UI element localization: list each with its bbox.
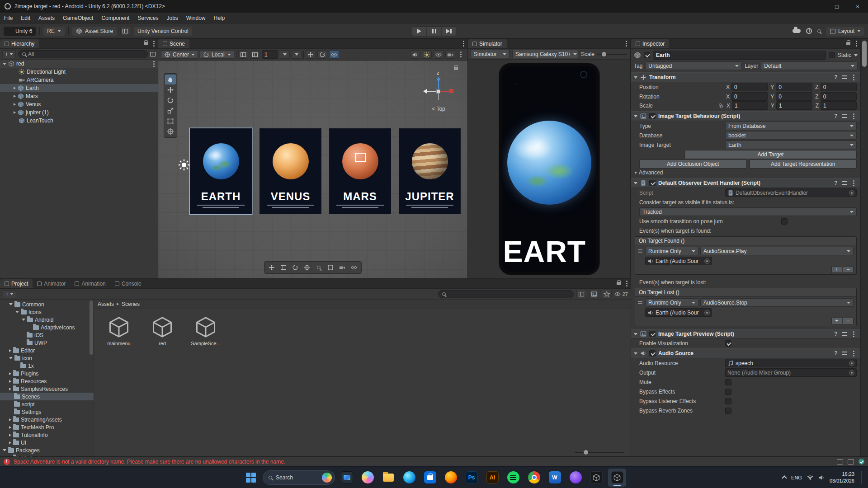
breadcrumb-root[interactable]: Assets — [98, 301, 114, 307]
scene-viewport[interactable]: EARTH VENUS MARS — [158, 61, 467, 278]
console-status-icon[interactable] — [837, 459, 843, 465]
pause-button[interactable] — [427, 26, 441, 36]
tab-scene[interactable]: Scene — [158, 39, 189, 48]
create-object-button[interactable]: + — [2, 50, 16, 58]
object-picker-icon[interactable] — [849, 361, 854, 366]
error-message[interactable]: Space Adventure is not a valid directory… — [14, 459, 285, 465]
hierarchy-item-venus[interactable]: Venus — [0, 100, 158, 108]
handle-rotation-dropdown[interactable]: Local — [200, 50, 234, 59]
frame-icon[interactable] — [325, 263, 336, 272]
tree-item[interactable]: UI — [0, 439, 94, 446]
tab-hierarchy[interactable]: Hierarchy — [0, 39, 39, 48]
slider-knob[interactable] — [602, 52, 606, 56]
scale-x-field[interactable]: 1 — [732, 101, 768, 110]
gizmo-lock-icon[interactable] — [454, 67, 458, 70]
app-microsoft-store[interactable] — [421, 469, 439, 487]
hidden-packages-counter[interactable]: 27 — [614, 291, 628, 297]
tree-item[interactable]: Common — [0, 300, 94, 308]
lock-icon[interactable] — [846, 42, 850, 45]
scene-menu-icon[interactable] — [153, 63, 155, 65]
script-object-field[interactable]: DefaultObserverEventHandler — [725, 188, 857, 197]
drag-handle[interactable] — [638, 249, 642, 253]
rotate-tool-button[interactable] — [165, 95, 176, 105]
hierarchy-item-directional-light[interactable]: Directional Light — [0, 68, 158, 76]
device-dropdown[interactable]: Samsung Galaxy S10+ — [512, 50, 578, 58]
grid-size-field[interactable]: 1 — [262, 50, 278, 59]
label-filter-icon[interactable] — [589, 290, 599, 298]
foldout-icon[interactable] — [3, 63, 6, 65]
help-icon[interactable]: ? — [833, 74, 839, 80]
tree-item[interactable]: Icons — [0, 308, 94, 316]
menu-window[interactable]: Window — [182, 15, 210, 21]
object-picker-icon[interactable] — [704, 310, 710, 315]
scene-row[interactable]: red — [0, 60, 158, 68]
output-field[interactable]: None (Audio Mixer Group) — [725, 368, 857, 377]
event-function-dropdown[interactable]: AudioSource.Play — [700, 247, 854, 255]
event-function-dropdown[interactable]: AudioSource.Stop — [700, 298, 854, 307]
help-icon[interactable]: ? — [833, 350, 839, 357]
component-menu-icon[interactable] — [853, 353, 854, 354]
bypass-effects-checkbox[interactable] — [725, 389, 731, 395]
database-dropdown[interactable]: booklet — [725, 131, 857, 140]
search-icon[interactable] — [817, 29, 821, 33]
type-dropdown[interactable]: From Database — [725, 122, 857, 130]
foldout-icon[interactable] — [634, 115, 637, 117]
camera-preview-icon[interactable] — [337, 263, 348, 272]
undo-history-icon[interactable] — [806, 28, 812, 34]
tree-item[interactable]: TextMesh Pro — [0, 423, 94, 431]
app-photoshop[interactable]: Ps — [462, 469, 481, 487]
gameobject-name-field[interactable]: Earth — [653, 51, 826, 60]
version-control-button[interactable]: Unity Version Control — [134, 27, 192, 36]
tree-item-scenes[interactable]: Scenes — [0, 393, 94, 400]
menu-edit[interactable]: Edit — [17, 15, 34, 21]
presets-icon[interactable] — [842, 351, 847, 356]
hidden-icons-chevron[interactable] — [782, 475, 787, 480]
close-button[interactable]: × — [847, 0, 868, 13]
menu-file[interactable]: File — [0, 15, 17, 21]
tree-item[interactable]: StreamingAssets — [0, 416, 94, 423]
pivot-mode-dropdown[interactable]: Center — [161, 50, 198, 59]
static-dropdown-icon[interactable] — [854, 54, 858, 56]
menu-jobs[interactable]: Jobs — [162, 15, 182, 21]
scene-audio-icon[interactable] — [410, 50, 420, 59]
foldout-icon[interactable] — [634, 182, 637, 184]
gizmos-toggle-icon[interactable] — [349, 263, 359, 272]
grid-visibility-icon[interactable] — [238, 50, 248, 59]
jupiter-image-target[interactable]: JUPITER — [399, 128, 461, 214]
project-search-input[interactable] — [438, 290, 574, 298]
event-mode-dropdown[interactable]: Runtime Only — [645, 298, 698, 307]
app-copilot[interactable] — [359, 469, 377, 487]
scrollbar-thumb[interactable] — [862, 41, 867, 67]
tree-item[interactable]: 1x — [0, 362, 94, 370]
show-desktop-button[interactable] — [861, 471, 863, 484]
app-firefox[interactable] — [442, 469, 460, 487]
transform-tool-button[interactable] — [165, 127, 176, 136]
tab-animation[interactable]: Animation — [70, 279, 110, 288]
event-target-object-field[interactable]: Earth (Audio Sour — [645, 308, 712, 317]
tree-item-packages[interactable]: Packages — [0, 446, 94, 454]
tab-inspector[interactable]: Inspector — [631, 39, 669, 48]
remove-event-button[interactable]: − — [843, 266, 854, 273]
app-illustrator[interactable]: Ai — [483, 469, 501, 487]
rotation-x-field[interactable]: 0 — [731, 92, 768, 101]
preview-header[interactable]: Image Target Preview (Script) ? — [631, 329, 860, 339]
venus-image-target[interactable]: VENUS — [259, 128, 321, 214]
observer-header[interactable]: Default Observer Event Handler (Script) … — [631, 178, 860, 188]
tree-item[interactable]: SamplesResources — [0, 385, 94, 393]
language-indicator[interactable]: ENG — [791, 475, 802, 480]
component-menu-icon[interactable] — [853, 116, 854, 117]
tab-project[interactable]: Project — [0, 279, 33, 288]
tree-item[interactable]: 2D Sprite — [0, 454, 94, 456]
add-event-button[interactable]: + — [831, 318, 842, 324]
grid-snap-dropdown-icon[interactable] — [280, 50, 290, 59]
presets-icon[interactable] — [842, 181, 847, 185]
advanced-foldout[interactable]: Advanced — [631, 169, 860, 178]
scene-camera-icon[interactable] — [445, 50, 455, 59]
snap-toggle-icon[interactable] — [250, 50, 260, 59]
add-event-button[interactable]: + — [831, 266, 842, 273]
component-menu-icon[interactable] — [853, 333, 854, 335]
app-unity-hub[interactable] — [587, 469, 605, 487]
position-x-field[interactable]: 0 — [731, 83, 768, 91]
hierarchy-item-mars[interactable]: Mars — [0, 92, 158, 100]
type-filter-icon[interactable] — [576, 290, 586, 298]
